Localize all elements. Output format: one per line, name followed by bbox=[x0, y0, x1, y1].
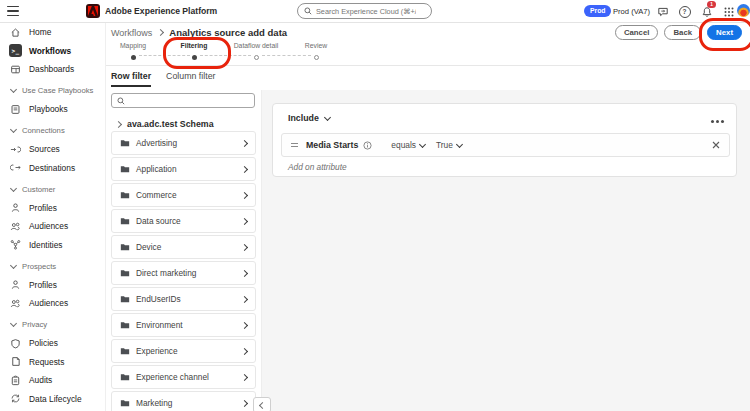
folder-icon bbox=[120, 398, 130, 408]
back-button[interactable]: Back bbox=[664, 25, 701, 40]
breadcrumb: Workflows Analytics source add data bbox=[111, 27, 287, 38]
sidebar-item-profiles[interactable]: Profiles bbox=[0, 199, 105, 218]
step-dataflow-detail[interactable]: Dataflow detail bbox=[226, 42, 286, 60]
sidebar-item-label: Data Lifecycle bbox=[29, 394, 82, 404]
step-filtering[interactable]: Filtering bbox=[164, 42, 224, 60]
sidebar-item-identities[interactable]: Identities bbox=[0, 236, 105, 255]
sidebar-section-prospects[interactable]: Prospects bbox=[0, 257, 105, 276]
folder-label: Experience bbox=[136, 346, 178, 356]
schema-folder-row[interactable]: Advertising bbox=[111, 131, 256, 155]
adobe-experience-platform-window: Adobe Experience Platform Prod Prod (VA7… bbox=[0, 0, 750, 411]
operator-dropdown[interactable]: equals bbox=[391, 140, 425, 150]
drag-handle-icon[interactable] bbox=[291, 143, 298, 147]
tab-column-filter[interactable]: Column filter bbox=[166, 71, 215, 87]
data-lifecycle-icon bbox=[9, 392, 22, 405]
step-mapping[interactable]: Mapping bbox=[103, 42, 163, 60]
cancel-button[interactable]: Cancel bbox=[615, 25, 659, 40]
global-search[interactable] bbox=[297, 3, 432, 19]
value-dropdown[interactable]: True bbox=[436, 140, 462, 150]
schema-folder-row[interactable]: Experience bbox=[111, 339, 256, 363]
global-search-input[interactable] bbox=[316, 7, 416, 16]
sidebar-section-connections[interactable]: Connections bbox=[0, 122, 105, 141]
step-label: Review bbox=[286, 42, 346, 52]
top-bar: Adobe Experience Platform Prod Prod (VA7… bbox=[0, 0, 750, 23]
app-switcher-button[interactable] bbox=[722, 5, 735, 18]
schema-root[interactable]: ava.adc.test Schema bbox=[116, 119, 214, 129]
profile-icon bbox=[9, 201, 22, 214]
group-operator-label: Include bbox=[288, 113, 319, 123]
add-attribute-hint[interactable]: Add on attribute bbox=[288, 162, 347, 172]
sidebar-item-label: Identities bbox=[29, 240, 63, 250]
sidebar-item-playbooks[interactable]: Playbooks bbox=[0, 100, 105, 119]
hamburger-menu-icon[interactable] bbox=[7, 6, 19, 16]
sidebar-item-policies[interactable]: Policies bbox=[0, 334, 105, 353]
sidebar-section-privacy[interactable]: Privacy bbox=[0, 316, 105, 335]
sidebar-item-label: Policies bbox=[29, 338, 58, 348]
sidebar-section-use-case-playbooks[interactable]: Use Case Playbooks bbox=[0, 82, 105, 101]
environment-name[interactable]: Prod (VA7) bbox=[613, 7, 650, 16]
sidebar-section-label: Connections bbox=[22, 126, 65, 135]
dashboards-icon bbox=[9, 63, 22, 76]
sidebar-item-prospects-profiles[interactable]: Profiles bbox=[0, 276, 105, 295]
next-button[interactable]: Next bbox=[707, 25, 742, 40]
sidebar-item-label: Audiences bbox=[29, 221, 68, 231]
schema-folder-row[interactable]: Experience channel bbox=[111, 365, 256, 389]
sidebar-item-destinations[interactable]: Destinations bbox=[0, 159, 105, 178]
sidebar-item-label: Requests bbox=[29, 357, 64, 367]
environment-badge[interactable]: Prod bbox=[584, 5, 611, 17]
search-icon bbox=[304, 7, 312, 15]
sidebar-item-data-lifecycle[interactable]: Data Lifecycle bbox=[0, 390, 105, 409]
filter-group-card: Include Media Starts equals True bbox=[272, 103, 737, 177]
schema-folder-row[interactable]: Device bbox=[111, 235, 256, 259]
notification-count-badge: 1 bbox=[707, 1, 716, 8]
schema-folder-row[interactable]: EndUserIDs bbox=[111, 287, 256, 311]
step-review[interactable]: Review bbox=[286, 42, 346, 60]
schema-folder-row[interactable]: Direct marketing bbox=[111, 261, 256, 285]
feedback-icon bbox=[657, 6, 669, 18]
sidebar-item-audits[interactable]: Audits bbox=[0, 371, 105, 390]
folder-icon bbox=[120, 190, 130, 200]
operator-value: equals bbox=[391, 140, 416, 150]
sidebar-item-dashboards[interactable]: Dashboards bbox=[0, 60, 105, 79]
sidebar-item-sources[interactable]: Sources bbox=[0, 140, 105, 159]
more-options-icon[interactable] bbox=[716, 120, 719, 123]
user-avatar[interactable] bbox=[737, 4, 750, 17]
schema-folder-row[interactable]: Application bbox=[111, 157, 256, 181]
sidebar-item-label: Audits bbox=[29, 375, 52, 385]
chevron-right-icon bbox=[157, 29, 164, 36]
sidebar-item-home[interactable]: Home bbox=[0, 23, 105, 42]
adobe-logo[interactable] bbox=[86, 4, 100, 18]
feedback-button[interactable] bbox=[656, 5, 669, 18]
folder-label: Device bbox=[136, 242, 161, 252]
folder-label: Advertising bbox=[136, 138, 177, 148]
chevron-right-icon bbox=[241, 139, 248, 146]
sidebar-item-prospects-audiences[interactable]: Audiences bbox=[0, 294, 105, 313]
chevron-right-icon bbox=[241, 373, 248, 380]
info-icon[interactable] bbox=[363, 141, 372, 150]
sidebar-item-label: Workflows bbox=[29, 46, 71, 56]
remove-rule-button[interactable] bbox=[712, 141, 720, 149]
sidebar-section-customer[interactable]: Customer bbox=[0, 180, 105, 199]
schema-search-input[interactable] bbox=[129, 96, 239, 105]
sidebar-item-audiences[interactable]: Audiences bbox=[0, 217, 105, 236]
schema-folder-row[interactable]: Data source bbox=[111, 209, 256, 233]
chevron-left-icon bbox=[258, 401, 265, 408]
sidebar-item-requests[interactable]: Requests bbox=[0, 353, 105, 372]
schema-search[interactable] bbox=[111, 93, 255, 108]
rule-attribute-name: Media Starts bbox=[306, 140, 358, 150]
sidebar-item-workflows[interactable]: >_ Workflows bbox=[0, 42, 105, 61]
chevron-down-icon bbox=[10, 185, 17, 192]
sidebar-section-label: Privacy bbox=[22, 320, 47, 329]
grid-icon bbox=[724, 7, 734, 17]
tab-row-filter[interactable]: Row filter bbox=[111, 71, 151, 87]
help-icon: ? bbox=[679, 6, 691, 18]
breadcrumb-workflows-link[interactable]: Workflows bbox=[111, 28, 152, 38]
schema-folder-row[interactable]: Commerce bbox=[111, 183, 256, 207]
step-label: Filtering bbox=[164, 42, 224, 52]
group-operator-dropdown[interactable]: Include bbox=[288, 113, 330, 123]
schema-folder-row[interactable]: Environment bbox=[111, 313, 256, 337]
sidebar-section-label: Use Case Playbooks bbox=[22, 86, 93, 95]
help-button[interactable]: ? bbox=[678, 5, 691, 18]
schema-folder-row[interactable]: Marketing bbox=[111, 391, 256, 411]
collapse-panel-button[interactable] bbox=[253, 397, 271, 411]
